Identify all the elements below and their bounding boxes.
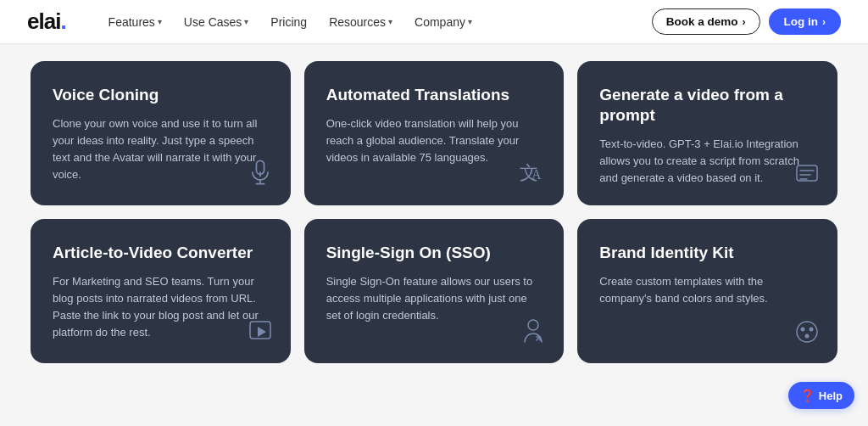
nav-link-label: Resources [329,15,386,29]
nav-link-pricing[interactable]: Pricing [262,10,315,34]
feature-cards-grid: Voice CloningClone your own voice and us… [31,61,837,363]
card-desc: One-click video translation will help yo… [326,115,542,188]
nav-actions: Book a demo › Log in › [652,8,841,35]
nav-link-use-cases[interactable]: Use Cases▾ [175,10,257,34]
logo[interactable]: elai. [27,8,66,35]
card-title: Generate a video from a prompt [599,85,815,126]
feature-card-sso: Single-Sign On (SSO)Single Sign-On featu… [304,219,565,363]
feature-card-generate-video-prompt: Generate a video from a promptText-to-vi… [577,61,837,205]
login-button[interactable]: Log in › [769,8,842,35]
nav-link-label: Use Cases [184,15,242,29]
nav-link-company[interactable]: Company▾ [406,10,481,34]
arrow-icon: › [822,16,826,28]
svg-text:A: A [531,167,542,182]
svg-point-14 [797,322,817,342]
card-desc: Clone your own voice and use it to turn … [53,115,269,188]
navbar: elai. Features▾Use Cases▾PricingResource… [0,0,868,44]
feature-card-voice-cloning: Voice CloningClone your own voice and us… [31,61,291,205]
logo-dot: . [60,8,65,34]
card-icon [795,320,819,348]
nav-link-label: Pricing [270,15,307,29]
logo-text: elai [27,8,60,34]
card-title: Brand Identity Kit [599,243,815,263]
nav-link-resources[interactable]: Resources▾ [320,10,401,34]
chevron-down-icon: ▾ [158,17,162,26]
card-title: Voice Cloning [53,85,269,105]
svg-marker-11 [258,327,266,337]
nav-link-label: Company [415,15,465,29]
card-icon [795,164,819,190]
arrow-icon: › [743,16,746,28]
card-desc: Text-to-video. GPT-3 + Elai.io Integrati… [599,136,815,189]
card-title: Single-Sign On (SSO) [326,243,542,263]
feature-card-article-to-video: Article-to-Video ConverterFor Marketing … [31,219,291,363]
card-title: Automated Translations [326,85,542,105]
card-desc: Create custom templates with the company… [599,273,815,346]
chevron-down-icon: ▾ [244,17,248,26]
feature-card-automated-translations: Automated TranslationsOne-click video tr… [304,61,565,205]
chevron-down-icon: ▾ [468,17,472,26]
card-icon [248,320,272,348]
card-icon [521,318,545,348]
nav-link-features[interactable]: Features▾ [100,10,170,34]
card-title: Article-to-Video Converter [53,243,269,263]
chevron-down-icon: ▾ [388,17,392,26]
svg-point-17 [804,334,809,339]
main-content: Voice CloningClone your own voice and us… [0,44,868,380]
help-button[interactable]: ❓ Help [788,382,854,409]
svg-point-15 [800,328,804,332]
feature-card-brand-identity: Brand Identity KitCreate custom template… [577,219,837,363]
svg-point-16 [809,328,813,332]
card-icon [248,159,272,190]
nav-link-label: Features [108,15,155,29]
card-icon: 文A [518,162,545,190]
card-desc: Single Sign-On feature allows our users … [326,273,542,346]
help-label: Help [819,390,843,402]
book-demo-button[interactable]: Book a demo › [652,8,760,35]
help-icon: ❓ [800,389,815,402]
nav-links: Features▾Use Cases▾PricingResources▾Comp… [100,10,652,34]
svg-point-12 [528,320,538,330]
login-label: Log in [784,15,819,28]
book-demo-label: Book a demo [666,15,738,28]
card-desc: For Marketing and SEO teams. Turn your b… [53,273,269,346]
